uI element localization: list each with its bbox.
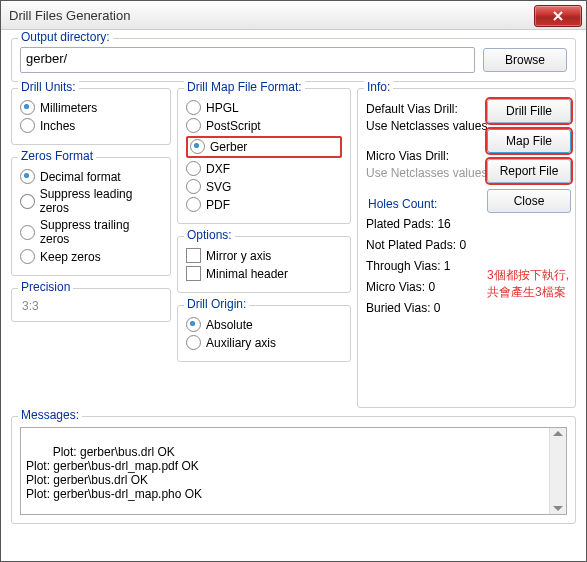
radio-label: Decimal format (40, 170, 121, 184)
radio-label: Suppress leading zeros (40, 187, 162, 215)
default-vias-label: Default Vias Drill: (366, 102, 458, 116)
dialog-content: Output directory: gerber/ Browse Drill U… (1, 30, 586, 561)
scroll-down-icon (553, 506, 563, 511)
radio-suppress-trailing[interactable]: Suppress trailing zeros (20, 218, 162, 246)
scroll-up-icon (553, 431, 563, 436)
radio-auxiliary-axis[interactable]: Auxiliary axis (186, 335, 342, 350)
check-label: Minimal header (206, 267, 288, 281)
window-close-button[interactable] (534, 5, 582, 27)
info-legend: Info: (364, 80, 393, 94)
report-file-button[interactable]: Report File (487, 159, 571, 183)
radio-icon (186, 317, 201, 332)
options-group: Options: Mirror y axis Minimal header (177, 236, 351, 293)
output-directory-legend: Output directory: (18, 30, 113, 44)
precision-legend: Precision (18, 280, 73, 294)
drill-origin-group: Drill Origin: Absolute Auxiliary axis (177, 305, 351, 362)
radio-icon (186, 118, 201, 133)
radio-icon (186, 179, 201, 194)
check-minimal-header[interactable]: Minimal header (186, 266, 342, 281)
annotation-text: 3個都按下執行, 共會產生3檔案 (487, 267, 569, 301)
checkbox-icon (186, 248, 201, 263)
dialog-window: Drill Files Generation Output directory:… (0, 0, 587, 562)
micro-vias-label: Micro Vias Drill: (366, 149, 449, 163)
precision-group: Precision 3:3 (11, 288, 171, 322)
use-netclasses-2: Use Netclasses values (366, 166, 487, 180)
radio-icon (20, 100, 35, 115)
columns: Drill Units: Millimeters Inches Zeros Fo… (11, 88, 576, 414)
radio-postscript[interactable]: PostScript (186, 118, 342, 133)
annotation-line2: 共會產生3檔案 (487, 284, 569, 301)
close-button[interactable]: Close (487, 189, 571, 213)
output-directory-input[interactable]: gerber/ (20, 47, 475, 73)
precision-value: 3:3 (20, 297, 162, 313)
check-label: Mirror y axis (206, 249, 271, 263)
left-column: Drill Units: Millimeters Inches Zeros Fo… (11, 88, 171, 414)
origin-legend: Drill Origin: (184, 297, 249, 311)
radio-label: Suppress trailing zeros (40, 218, 162, 246)
messages-group: Messages: Plot: gerber\bus.drl OK Plot: … (11, 416, 576, 524)
radio-icon (186, 197, 201, 212)
radio-icon (186, 100, 201, 115)
options-legend: Options: (184, 228, 235, 242)
radio-label: Gerber (210, 140, 247, 154)
close-icon (553, 11, 563, 21)
zeros-legend: Zeros Format (18, 149, 96, 163)
radio-gerber[interactable]: Gerber (186, 136, 342, 158)
radio-label: Absolute (206, 318, 253, 332)
checkbox-icon (186, 266, 201, 281)
map-file-button[interactable]: Map File (487, 129, 571, 153)
radio-hpgl[interactable]: HPGL (186, 100, 342, 115)
holes-not-plated-pads: Not Plated Pads: 0 (366, 238, 567, 252)
radio-label: PostScript (206, 119, 261, 133)
drill-units-legend: Drill Units: (18, 80, 79, 94)
holes-plated-pads: Plated Pads: 16 (366, 217, 567, 231)
radio-inches[interactable]: Inches (20, 118, 162, 133)
drill-units-group: Drill Units: Millimeters Inches (11, 88, 171, 145)
radio-label: HPGL (206, 101, 239, 115)
right-column: Info: Default Vias Drill: Use Netclasses… (357, 88, 576, 414)
radio-suppress-leading[interactable]: Suppress leading zeros (20, 187, 162, 215)
map-format-legend: Drill Map File Format: (184, 80, 305, 94)
radio-dxf[interactable]: DXF (186, 161, 342, 176)
radio-keep-zeros[interactable]: Keep zeros (20, 249, 162, 264)
radio-label: Millimeters (40, 101, 97, 115)
annotation-line1: 3個都按下執行, (487, 267, 569, 284)
radio-icon (190, 139, 205, 154)
use-netclasses-1: Use Netclasses values (366, 119, 487, 133)
radio-icon (186, 161, 201, 176)
radio-millimeters[interactable]: Millimeters (20, 100, 162, 115)
messages-textarea[interactable]: Plot: gerber\bus.drl OK Plot: gerber\bus… (20, 427, 567, 515)
radio-label: Keep zeros (40, 250, 101, 264)
middle-column: Drill Map File Format: HPGL PostScript G… (177, 88, 351, 414)
window-title: Drill Files Generation (9, 8, 534, 23)
output-directory-group: Output directory: gerber/ Browse (11, 38, 576, 82)
holes-buried-vias: Buried Vias: 0 (366, 301, 567, 315)
radio-label: DXF (206, 162, 230, 176)
zeros-format-group: Zeros Format Decimal format Suppress lea… (11, 157, 171, 276)
browse-button[interactable]: Browse (483, 48, 567, 72)
check-mirror-y[interactable]: Mirror y axis (186, 248, 342, 263)
radio-label: SVG (206, 180, 231, 194)
radio-label: PDF (206, 198, 230, 212)
scrollbar[interactable] (549, 428, 566, 514)
info-group: Info: Default Vias Drill: Use Netclasses… (357, 88, 576, 408)
radio-icon (20, 118, 35, 133)
radio-icon (20, 249, 35, 264)
titlebar: Drill Files Generation (1, 1, 586, 30)
map-format-group: Drill Map File Format: HPGL PostScript G… (177, 88, 351, 224)
radio-absolute[interactable]: Absolute (186, 317, 342, 332)
messages-legend: Messages: (18, 408, 82, 422)
radio-icon (20, 225, 35, 240)
radio-label: Auxiliary axis (206, 336, 276, 350)
radio-icon (20, 169, 35, 184)
radio-decimal-format[interactable]: Decimal format (20, 169, 162, 184)
radio-icon (20, 194, 35, 209)
messages-text: Plot: gerber\bus.drl OK Plot: gerber\bus… (26, 445, 202, 501)
radio-label: Inches (40, 119, 75, 133)
radio-icon (186, 335, 201, 350)
drill-file-button[interactable]: Drill Fille (487, 99, 571, 123)
radio-svg[interactable]: SVG (186, 179, 342, 194)
radio-pdf[interactable]: PDF (186, 197, 342, 212)
